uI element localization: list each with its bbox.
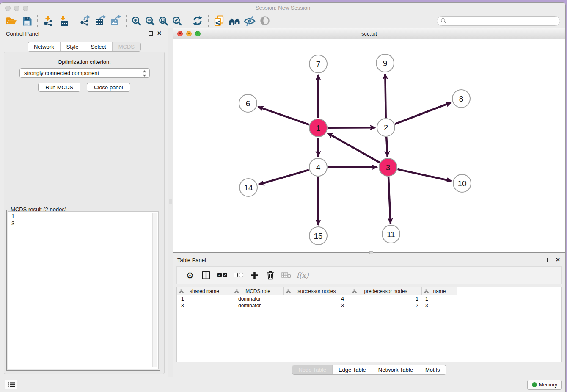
vertical-split-divider[interactable] — [168, 28, 173, 377]
tab-mcds[interactable]: MCDS — [113, 42, 140, 51]
zoom-fit-button[interactable] — [157, 14, 170, 27]
graph-node-7[interactable]: 7 — [309, 55, 327, 73]
divider-grip[interactable] — [169, 199, 172, 204]
memory-button[interactable]: Memory — [527, 380, 562, 390]
column-header-predecessor-nodes[interactable]: predecessor nodes — [350, 287, 422, 295]
tab-style[interactable]: Style — [61, 42, 85, 51]
import-table-button[interactable] — [56, 14, 71, 27]
delete-row-button[interactable] — [262, 268, 278, 282]
graph-edge-3-11[interactable] — [388, 177, 391, 224]
tab-network[interactable]: Network — [28, 42, 61, 51]
deselect-all-button[interactable] — [230, 268, 246, 282]
svg-text:10: 10 — [457, 179, 466, 188]
graph-node-6[interactable]: 6 — [239, 94, 257, 112]
close-panel-button[interactable]: Close panel — [87, 83, 130, 92]
refresh-layout-button[interactable] — [190, 14, 205, 27]
zoom-in-button[interactable] — [129, 14, 143, 27]
delete-table-button[interactable] — [278, 268, 295, 282]
clone-network-button[interactable] — [212, 14, 227, 27]
select-all-button[interactable]: ✓✓ — [214, 268, 230, 282]
zoom-out-button[interactable] — [143, 14, 157, 27]
column-type-icon — [234, 289, 239, 294]
tab-node-table[interactable]: Node Table — [292, 365, 333, 374]
zoom-selected-button[interactable] — [170, 14, 184, 27]
cell-successor-nodes[interactable]: 4 — [284, 295, 350, 302]
add-row-button[interactable] — [246, 268, 262, 282]
hide-labels-button[interactable] — [242, 14, 257, 27]
search-box[interactable] — [437, 16, 560, 26]
cell-MCDS-role[interactable]: dominator — [232, 295, 284, 302]
column-layout-button[interactable] — [198, 268, 214, 282]
cell-successor-nodes[interactable]: 3 — [284, 302, 350, 309]
network-frame-title: scc.txt — [173, 30, 565, 37]
cell-name[interactable]: 3 — [422, 302, 457, 309]
column-header-MCDS-role[interactable]: MCDS role — [232, 287, 284, 295]
cell-predecessor-nodes[interactable]: 1 — [350, 295, 422, 302]
export-image-button[interactable] — [108, 14, 123, 27]
cell-name[interactable]: 1 — [422, 295, 457, 302]
graph-edge-3-1[interactable] — [328, 133, 380, 162]
float-panel-icon[interactable] — [547, 258, 551, 262]
function-builder-button[interactable]: f(x) — [295, 268, 311, 282]
column-header-successor-nodes[interactable]: successor nodes — [284, 287, 350, 295]
graph-edge-1-2[interactable] — [328, 127, 375, 128]
export-network-button[interactable] — [77, 14, 93, 27]
toolbar-separator — [187, 15, 187, 27]
criterion-select[interactable]: strongly connected component — [19, 68, 150, 78]
search-input[interactable] — [449, 18, 556, 24]
graph-node-14[interactable]: 14 — [239, 179, 257, 196]
mcds-result-list[interactable]: 13 — [8, 211, 159, 369]
close-panel-icon[interactable]: ✕ — [157, 30, 162, 36]
save-icon — [22, 16, 32, 26]
graph-edge-3-10[interactable] — [397, 169, 451, 181]
node-table[interactable]: shared nameMCDS rolesuccessor nodesprede… — [176, 287, 562, 362]
graph-edge-2-3[interactable] — [386, 137, 387, 157]
graph-node-8[interactable]: 8 — [452, 90, 470, 108]
tab-select[interactable]: Select — [85, 42, 113, 51]
table-settings-button[interactable]: ⚙ — [182, 268, 198, 282]
column-header-name[interactable]: name — [422, 287, 457, 295]
mcds-buttons: Run MCDS Close panel — [4, 83, 164, 92]
float-panel-icon[interactable] — [149, 31, 153, 36]
run-mcds-button[interactable]: Run MCDS — [38, 83, 80, 92]
svg-text:1: 1 — [316, 124, 321, 133]
task-history-button[interactable] — [5, 380, 17, 389]
import-network-button[interactable] — [41, 14, 56, 27]
graph-node-4[interactable]: 4 — [309, 158, 327, 176]
tab-edge-table[interactable]: Edge Table — [333, 365, 372, 374]
table-row[interactable]: 1dominator411 — [177, 295, 561, 302]
open-file-button[interactable] — [4, 14, 19, 27]
graph-edge-1-6[interactable] — [258, 107, 309, 124]
close-panel-icon[interactable]: ✕ — [556, 257, 560, 263]
table-row[interactable]: 3dominator323 — [177, 302, 561, 309]
cell-predecessor-nodes[interactable]: 2 — [350, 302, 422, 309]
graph-node-9[interactable]: 9 — [376, 54, 394, 72]
graph-node-15[interactable]: 15 — [309, 227, 327, 245]
graph-node-11[interactable]: 11 — [382, 225, 400, 243]
column-header-shared-name[interactable]: shared name — [177, 287, 232, 295]
graph-edge-2-9[interactable] — [385, 74, 385, 118]
tab-network-table[interactable]: Network Table — [372, 365, 419, 374]
divider-grip[interactable] — [369, 251, 373, 254]
graph-edge-4-14[interactable] — [259, 170, 309, 185]
graph-node-1[interactable]: 1 — [309, 119, 327, 137]
birds-eye-view-button[interactable] — [257, 14, 272, 27]
graph-node-2[interactable]: 2 — [377, 119, 395, 136]
home-layout-button[interactable] — [227, 14, 242, 27]
result-scrollbar[interactable] — [152, 213, 157, 367]
cell-shared-name[interactable]: 3 — [177, 302, 232, 309]
export-table-button[interactable] — [93, 14, 108, 27]
save-session-button[interactable] — [19, 14, 34, 27]
network-graph[interactable]: 7968124314101511 — [173, 39, 566, 253]
cell-MCDS-role[interactable]: dominator — [232, 302, 284, 309]
mcds-result-group: MCDS result (2 nodes) 13 — [6, 210, 160, 371]
table-header-row: shared nameMCDS rolesuccessor nodesprede… — [177, 287, 561, 295]
graph-node-10[interactable]: 10 — [453, 174, 471, 192]
memory-status-icon — [532, 382, 537, 387]
graph-node-3[interactable]: 3 — [379, 158, 397, 176]
cell-shared-name[interactable]: 1 — [177, 295, 232, 302]
graph-edge-2-8[interactable] — [395, 102, 451, 124]
network-canvas[interactable]: 7968124314101511 — [173, 39, 565, 252]
tab-motifs[interactable]: Motifs — [419, 365, 446, 374]
table-panel-title: Table Panel — [177, 257, 206, 263]
